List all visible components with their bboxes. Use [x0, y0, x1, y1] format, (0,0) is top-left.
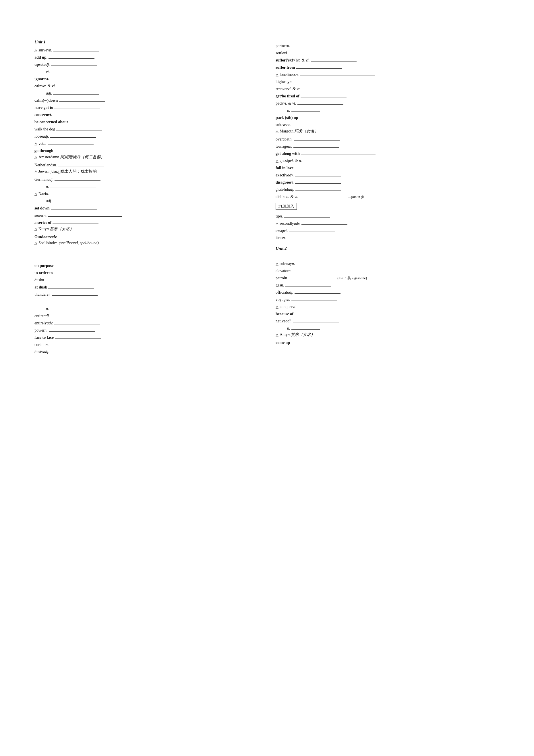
fill-field[interactable] — [295, 172, 341, 176]
fill-field[interactable] — [293, 267, 339, 272]
fill-field[interactable] — [301, 150, 375, 155]
fill-field[interactable] — [54, 320, 100, 324]
fill-field[interactable] — [51, 349, 96, 353]
fill-field[interactable] — [59, 233, 105, 238]
fill-field[interactable] — [300, 71, 375, 76]
fill-field[interactable] — [297, 100, 343, 105]
list-item: elevator n. — [276, 267, 499, 274]
list-item: on purpose — [35, 262, 258, 269]
list-item: △Nazi n. — [35, 191, 258, 197]
fill-field[interactable] — [294, 289, 341, 294]
fill-field[interactable] — [291, 42, 337, 47]
fill-field[interactable] — [53, 90, 99, 94]
entry-word: get/be tired of — [276, 94, 299, 98]
fill-field[interactable] — [58, 162, 104, 166]
list-item: n. — [46, 183, 258, 190]
entry-word: series — [35, 213, 44, 218]
entry-word: Kitty — [38, 227, 47, 231]
list-item: a series of — [35, 219, 258, 226]
list-item: adj. — [46, 90, 258, 96]
entry-word: vet — [38, 141, 43, 146]
fill-field[interactable] — [50, 133, 96, 138]
fill-field[interactable] — [53, 47, 99, 51]
fill-field[interactable] — [294, 78, 340, 83]
fill-field[interactable] — [285, 282, 331, 286]
fill-field[interactable] — [303, 157, 332, 162]
fill-field[interactable] — [51, 68, 126, 73]
fill-field[interactable] — [296, 260, 342, 265]
fill-field[interactable] — [69, 119, 115, 123]
fill-field[interactable] — [284, 213, 330, 218]
entry-word: concern — [35, 113, 48, 117]
entry-pos: n. — [292, 261, 295, 266]
fill-field[interactable] — [289, 275, 335, 279]
list-item: teenager n. — [276, 143, 499, 149]
fill-field[interactable] — [50, 183, 96, 188]
fill-field[interactable] — [48, 212, 122, 217]
fill-field[interactable] — [293, 143, 339, 148]
fill-field[interactable] — [301, 220, 347, 225]
entry-pos: adv. — [51, 235, 58, 239]
fill-field[interactable] — [48, 284, 94, 288]
fill-field[interactable] — [295, 186, 341, 191]
entry-pos: n. — [46, 307, 49, 311]
entry-word: highway — [276, 80, 290, 84]
fill-field[interactable] — [298, 304, 343, 308]
fill-field[interactable] — [51, 205, 97, 209]
fill-field[interactable] — [294, 165, 341, 169]
fill-field[interactable] — [292, 325, 320, 330]
fill-field[interactable] — [57, 83, 103, 87]
fill-field[interactable] — [50, 306, 96, 310]
entry-word: loose — [35, 134, 43, 139]
list-item: △vet n. — [35, 140, 258, 147]
fill-field[interactable] — [311, 57, 357, 62]
fill-field[interactable] — [48, 54, 94, 59]
fill-field[interactable] — [299, 114, 345, 119]
fill-field[interactable] — [299, 193, 345, 198]
fill-field[interactable] — [50, 191, 96, 195]
fill-field[interactable] — [53, 219, 98, 224]
fill-field[interactable] — [48, 140, 93, 145]
fill-field[interactable] — [50, 76, 96, 80]
fill-field[interactable] — [49, 327, 95, 332]
fill-field[interactable] — [295, 179, 341, 184]
fill-field[interactable] — [291, 339, 337, 344]
fill-field[interactable] — [54, 104, 100, 109]
entry-pos: n. — [42, 278, 45, 283]
fill-field[interactable] — [296, 64, 342, 69]
fill-field[interactable] — [56, 126, 102, 130]
fill-field[interactable] — [53, 198, 99, 202]
fill-field[interactable] — [54, 270, 129, 274]
fill-field[interactable] — [294, 310, 369, 315]
fill-field[interactable] — [289, 227, 335, 232]
fill-field[interactable] — [55, 334, 101, 339]
entry-pos: vt. — [292, 305, 296, 309]
fill-field[interactable] — [294, 136, 340, 141]
unit-title: Unit 2 — [276, 246, 499, 251]
fill-field[interactable] — [55, 262, 101, 267]
fill-field[interactable] — [287, 234, 333, 239]
fill-field[interactable] — [52, 291, 98, 296]
fill-field[interactable] — [55, 176, 100, 181]
fill-field[interactable] — [292, 122, 339, 126]
entry-word: a series of — [35, 220, 51, 225]
fill-field[interactable] — [293, 318, 339, 322]
entry-word: gas — [276, 283, 281, 288]
fill-field[interactable] — [289, 50, 364, 54]
list-item: add up. — [35, 54, 258, 60]
list-item: △Margot n.玛戈（女名） — [276, 129, 499, 135]
entry-word: conquer — [280, 305, 292, 309]
list-item — [35, 255, 258, 261]
fill-field[interactable] — [59, 97, 105, 102]
fill-field[interactable] — [54, 148, 100, 152]
fill-field[interactable] — [50, 341, 165, 346]
fill-field[interactable] — [292, 107, 320, 112]
fill-field[interactable] — [53, 112, 99, 116]
fill-field[interactable] — [301, 93, 346, 97]
fill-field[interactable] — [292, 296, 337, 301]
fill-field[interactable] — [51, 61, 97, 66]
fill-field[interactable] — [302, 86, 376, 90]
fill-field[interactable] — [51, 312, 97, 317]
entry-pos: n.阿姆斯特丹（何二首都） — [57, 154, 105, 160]
fill-field[interactable] — [46, 277, 92, 281]
